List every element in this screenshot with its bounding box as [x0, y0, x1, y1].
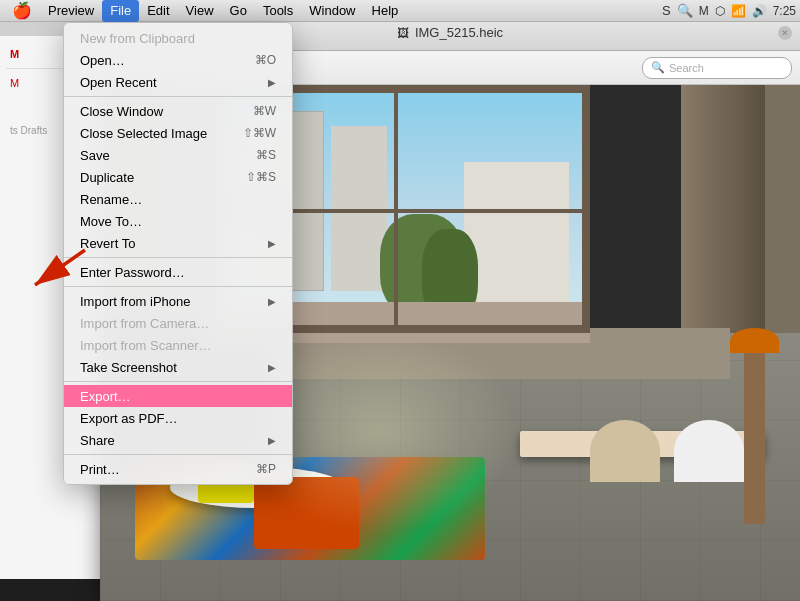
siri-icon[interactable]: S — [662, 3, 671, 18]
menu-item-label: Share — [80, 433, 115, 448]
menu-shortcut: ⌘S — [256, 148, 276, 162]
window-title: 🖼 IMG_5215.heic — [397, 25, 503, 40]
menu-item-label: Revert To — [80, 236, 135, 251]
submenu-arrow-icon: ▶ — [268, 238, 276, 249]
separator-3 — [64, 286, 292, 287]
battery-icon[interactable]: M — [699, 4, 709, 18]
file-dropdown-menu: New from Clipboard Open… ⌘O Open Recent … — [63, 22, 293, 485]
menu-item-label: New from Clipboard — [80, 31, 195, 46]
search-box[interactable]: 🔍 Search — [642, 57, 792, 79]
separator-4 — [64, 381, 292, 382]
menu-export[interactable]: Export… — [64, 385, 292, 407]
menu-import-from-iphone[interactable]: Import from iPhone ▶ — [64, 290, 292, 312]
menu-item-label: Take Screenshot — [80, 360, 177, 375]
menu-shortcut: ⇧⌘S — [246, 170, 276, 184]
chair1 — [674, 420, 744, 482]
menu-item-label: Move To… — [80, 214, 142, 229]
menu-rename[interactable]: Rename… — [64, 188, 292, 210]
menu-item-label: Import from Camera… — [80, 316, 209, 331]
menu-move-to[interactable]: Move To… — [64, 210, 292, 232]
menu-shortcut: ⌘W — [253, 104, 276, 118]
wifi-icon[interactable]: 📶 — [731, 4, 746, 18]
submenu-arrow-icon: ▶ — [268, 296, 276, 307]
menu-shortcut: ⌘O — [255, 53, 276, 67]
menu-item-label: Import from Scanner… — [80, 338, 212, 353]
menu-item-label: Open… — [80, 53, 125, 68]
menu-item-label: Close Selected Image — [80, 126, 207, 141]
lamp-pole — [744, 343, 765, 524]
menu-item-label: Save — [80, 148, 110, 163]
menubar-go[interactable]: Go — [222, 0, 255, 22]
tab-close-btn[interactable]: ✕ — [778, 26, 792, 40]
curtain-right — [681, 85, 765, 369]
separator-5 — [64, 454, 292, 455]
menubar-help[interactable]: Help — [364, 0, 407, 22]
clock: 7:25 — [773, 4, 796, 18]
menubar-tools[interactable]: Tools — [255, 0, 301, 22]
menu-new-from-clipboard[interactable]: New from Clipboard — [64, 27, 292, 49]
lamp-shade — [730, 328, 779, 354]
menu-export-as-pdf[interactable]: Export as PDF… — [64, 407, 292, 429]
menu-item-label: Duplicate — [80, 170, 134, 185]
spotlight-icon[interactable]: 🔍 — [677, 3, 693, 18]
submenu-arrow-icon: ▶ — [268, 362, 276, 373]
menubar-right-icons: S 🔍 M ⬡ 📶 🔊 7:25 — [662, 3, 796, 18]
menu-save[interactable]: Save ⌘S — [64, 144, 292, 166]
submenu-arrow-icon: ▶ — [268, 77, 276, 88]
separator-2 — [64, 257, 292, 258]
volume-icon[interactable]: 🔊 — [752, 4, 767, 18]
menu-item-label: Enter Password… — [80, 265, 185, 280]
bluetooth-icon[interactable]: ⬡ — [715, 4, 725, 18]
menubar-view[interactable]: View — [178, 0, 222, 22]
menu-share[interactable]: Share ▶ — [64, 429, 292, 451]
menu-item-label: Close Window — [80, 104, 163, 119]
menu-item-label: Import from iPhone — [80, 294, 191, 309]
apple-menu[interactable]: 🍎 — [4, 1, 40, 20]
chair2 — [590, 420, 660, 482]
menu-import-from-scanner[interactable]: Import from Scanner… — [64, 334, 292, 356]
menu-item-label: Rename… — [80, 192, 142, 207]
menu-print[interactable]: Print… ⌘P — [64, 458, 292, 480]
menubar-file[interactable]: File — [102, 0, 139, 22]
menu-item-label: Export… — [80, 389, 131, 404]
separator-1 — [64, 96, 292, 97]
menu-open[interactable]: Open… ⌘O — [64, 49, 292, 71]
menu-item-label: Open Recent — [80, 75, 157, 90]
search-placeholder: Search — [669, 62, 704, 74]
menu-close-selected-image[interactable]: Close Selected Image ⇧⌘W — [64, 122, 292, 144]
menu-take-screenshot[interactable]: Take Screenshot ▶ — [64, 356, 292, 378]
menu-revert-to[interactable]: Revert To ▶ — [64, 232, 292, 254]
menu-open-recent[interactable]: Open Recent ▶ — [64, 71, 292, 93]
menu-close-window[interactable]: Close Window ⌘W — [64, 100, 292, 122]
menubar-edit[interactable]: Edit — [139, 0, 177, 22]
menubar-window[interactable]: Window — [301, 0, 363, 22]
menubar: 🍎 Preview File Edit View Go Tools Window… — [0, 0, 800, 22]
menu-import-from-camera[interactable]: Import from Camera… — [64, 312, 292, 334]
window-title-text: IMG_5215.heic — [415, 25, 503, 40]
menu-item-label: Export as PDF… — [80, 411, 178, 426]
submenu-arrow-icon: ▶ — [268, 435, 276, 446]
menu-duplicate[interactable]: Duplicate ⇧⌘S — [64, 166, 292, 188]
menubar-preview[interactable]: Preview — [40, 0, 102, 22]
menu-shortcut: ⇧⌘W — [243, 126, 276, 140]
menu-shortcut: ⌘P — [256, 462, 276, 476]
menu-item-label: Print… — [80, 462, 120, 477]
search-icon: 🔍 — [651, 61, 665, 74]
menu-enter-password[interactable]: Enter Password… — [64, 261, 292, 283]
